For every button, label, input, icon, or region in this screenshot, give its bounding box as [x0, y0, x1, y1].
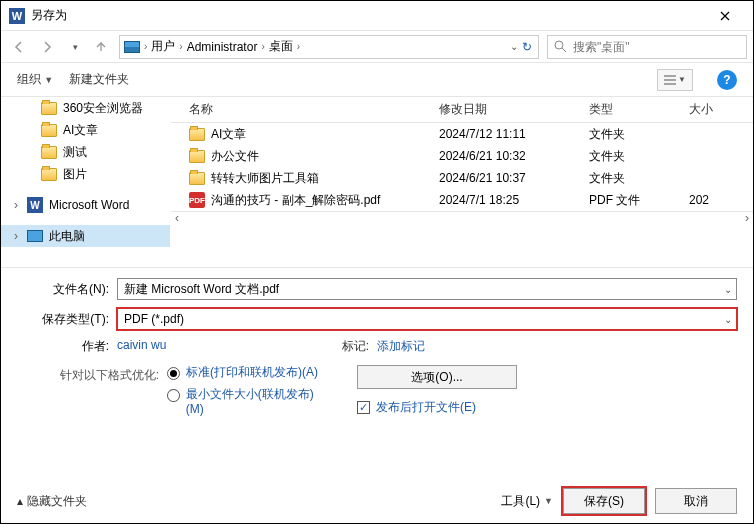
- help-button[interactable]: ?: [717, 70, 737, 90]
- drive-icon: [122, 37, 142, 57]
- optimize-minimum-radio[interactable]: 最小文件大小(联机发布)(M): [167, 387, 327, 418]
- save-button[interactable]: 保存(S): [563, 488, 645, 514]
- chevron-up-icon: ▴: [17, 494, 23, 508]
- cancel-button[interactable]: 取消: [655, 488, 737, 514]
- folder-icon: [189, 150, 205, 163]
- forward-button[interactable]: [35, 35, 59, 59]
- new-folder-button[interactable]: 新建文件夹: [69, 71, 129, 88]
- chevron-right-icon: ›: [261, 41, 264, 52]
- tags-label: 标记:: [317, 338, 377, 355]
- word-icon: W: [27, 197, 43, 213]
- file-list[interactable]: 名称 修改日期 类型 大小 AI文章2024/7/12 11:11文件夹办公文件…: [171, 97, 753, 267]
- chevron-down-icon: ▼: [544, 496, 553, 506]
- column-headers[interactable]: 名称 修改日期 类型 大小: [171, 97, 753, 123]
- chevron-down-icon[interactable]: ⌄: [724, 314, 732, 325]
- tree-item[interactable]: 测试: [1, 141, 170, 163]
- chevron-right-icon: ›: [179, 41, 182, 52]
- chevron-right-icon: ›: [11, 198, 21, 212]
- crumb-users[interactable]: 用户: [149, 38, 177, 55]
- save-type-field[interactable]: PDF (*.pdf) ⌄: [117, 308, 737, 330]
- tools-menu[interactable]: 工具(L) ▼: [501, 493, 553, 510]
- up-button[interactable]: [91, 40, 111, 54]
- tags-value[interactable]: 添加标记: [377, 338, 425, 355]
- list-view-icon: [664, 75, 676, 85]
- tree-item[interactable]: 图片: [1, 163, 170, 185]
- search-box[interactable]: [547, 35, 747, 59]
- folder-icon: [41, 168, 57, 181]
- svg-point-0: [555, 41, 563, 49]
- view-mode-button[interactable]: ▼: [657, 69, 693, 91]
- file-row[interactable]: 办公文件2024/6/21 10:32文件夹: [171, 145, 753, 167]
- crumb-desktop[interactable]: 桌面: [267, 38, 295, 55]
- options-button[interactable]: 选项(O)...: [357, 365, 517, 389]
- filename-field[interactable]: 新建 Microsoft Word 文档.pdf ⌄: [117, 278, 737, 300]
- chevron-down-icon: ▼: [678, 75, 686, 84]
- hide-folders-toggle[interactable]: ▴ 隐藏文件夹: [17, 493, 87, 510]
- search-icon: [554, 40, 567, 53]
- col-type[interactable]: 类型: [589, 101, 689, 118]
- arrow-up-icon: [94, 40, 108, 54]
- radio-icon: [167, 389, 180, 402]
- col-size[interactable]: 大小: [689, 101, 753, 118]
- radio-icon: [167, 367, 180, 380]
- optimize-label: 针对以下格式优化:: [17, 365, 167, 384]
- refresh-icon[interactable]: ↻: [522, 40, 532, 54]
- close-icon: [720, 11, 730, 21]
- tree-item-word[interactable]: ›WMicrosoft Word: [1, 194, 170, 216]
- folder-icon: [41, 124, 57, 137]
- close-button[interactable]: [705, 2, 745, 30]
- file-row[interactable]: PDF沟通的技巧 - 副本_解除密码.pdf2024/7/1 18:25PDF …: [171, 189, 753, 211]
- folder-icon: [189, 128, 205, 141]
- pc-icon: [27, 230, 43, 242]
- folder-tree[interactable]: 360安全浏览器 AI文章 测试 图片 ›WMicrosoft Word ›此电…: [1, 97, 171, 267]
- chevron-right-icon: ›: [297, 41, 300, 52]
- recent-dropdown[interactable]: ▾: [63, 35, 87, 59]
- breadcrumb-path[interactable]: › 用户 › Administrator › 桌面 › ⌄ ↻: [119, 35, 539, 59]
- tree-item-this-pc[interactable]: ›此电脑: [1, 225, 170, 247]
- col-name[interactable]: 名称: [189, 101, 439, 118]
- optimize-standard-radio[interactable]: 标准(打印和联机发布)(A): [167, 365, 327, 381]
- arrow-left-icon: [12, 40, 26, 54]
- chevron-down-icon[interactable]: ⌄: [724, 284, 732, 295]
- checkbox-icon: [357, 401, 370, 414]
- filename-label: 文件名(N):: [17, 281, 117, 298]
- tree-item[interactable]: 360安全浏览器: [1, 97, 170, 119]
- file-row[interactable]: AI文章2024/7/12 11:11文件夹: [171, 123, 753, 145]
- organize-menu[interactable]: 组织 ▼: [17, 71, 53, 88]
- folder-icon: [41, 146, 57, 159]
- chevron-down-icon[interactable]: ⌄: [510, 41, 518, 52]
- crumb-admin[interactable]: Administrator: [185, 40, 260, 54]
- author-value[interactable]: caivin wu: [117, 338, 317, 355]
- folder-icon: [189, 172, 205, 185]
- folder-icon: [41, 102, 57, 115]
- arrow-right-icon: [40, 40, 54, 54]
- col-date[interactable]: 修改日期: [439, 101, 589, 118]
- dialog-title: 另存为: [31, 7, 705, 24]
- chevron-down-icon: ▼: [44, 75, 53, 85]
- open-after-publish-checkbox[interactable]: 发布后打开文件(E): [357, 399, 476, 416]
- author-label: 作者:: [17, 338, 117, 355]
- chevron-right-icon: ›: [144, 41, 147, 52]
- back-button[interactable]: [7, 35, 31, 59]
- save-type-label: 保存类型(T):: [17, 311, 117, 328]
- chevron-right-icon: ›: [11, 229, 21, 243]
- file-row[interactable]: 转转大师图片工具箱2024/6/21 10:37文件夹: [171, 167, 753, 189]
- tree-item[interactable]: AI文章: [1, 119, 170, 141]
- search-input[interactable]: [573, 40, 740, 54]
- word-app-icon: W: [9, 8, 25, 24]
- pdf-icon: PDF: [189, 192, 205, 208]
- horizontal-scrollbar[interactable]: ‹›: [171, 211, 753, 223]
